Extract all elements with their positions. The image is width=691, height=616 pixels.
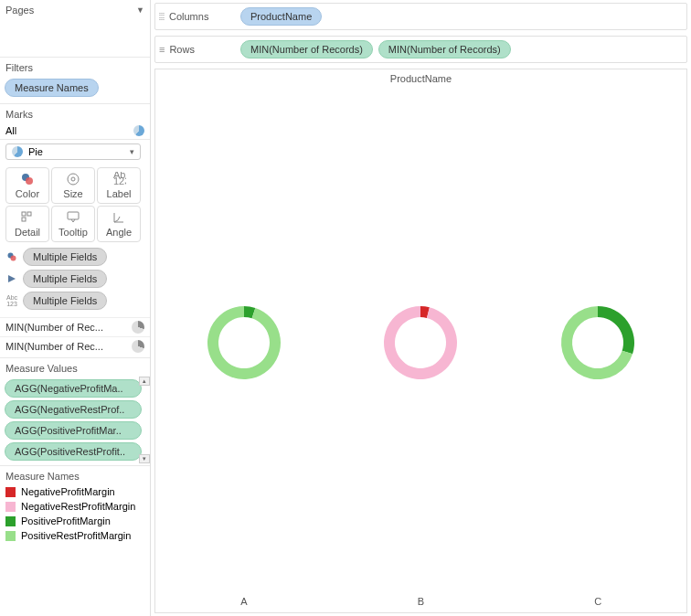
marks-label: Marks <box>5 109 33 120</box>
filters-shelf[interactable]: Measure Names <box>0 76 150 101</box>
rows-shelf[interactable]: ≡ Rows MIN(Number of Records) MIN(Number… <box>154 36 687 63</box>
legend-label: NegativeProfitMargin <box>21 486 115 497</box>
measure-value-pill[interactable]: AGG(NegativeProfitMa.. <box>5 379 142 398</box>
marks-axis-row[interactable]: MIN(Number of Rec... <box>0 336 150 356</box>
legend-swatch <box>5 531 16 541</box>
size-button[interactable]: Size <box>51 167 95 204</box>
scroll-up-button[interactable]: ▴ <box>139 377 150 386</box>
pie-icon <box>12 146 23 157</box>
columns-icon: ⦙⦙⦙ <box>159 11 165 23</box>
size-icon <box>66 172 80 186</box>
pages-label: Pages <box>5 5 34 16</box>
tooltip-icon <box>66 210 80 225</box>
color-button[interactable]: Color <box>5 167 49 204</box>
legend-label: NegativeRestProfitMargin <box>21 501 135 512</box>
donut-chart[interactable] <box>553 298 643 388</box>
column-pill[interactable]: ProductName <box>240 7 322 26</box>
donut-slice <box>384 306 457 379</box>
legend-swatch <box>5 487 16 497</box>
marks-panel-header: Marks <box>0 106 150 122</box>
svg-rect-8 <box>22 218 26 221</box>
scroll-down-button[interactable]: ▾ <box>139 454 150 463</box>
filter-pill[interactable]: Measure Names <box>5 79 99 97</box>
svg-text:123: 123 <box>113 175 126 186</box>
chevron-down-icon: ▾ <box>130 147 134 156</box>
svg-point-1 <box>26 177 33 185</box>
donut-slice <box>598 306 634 354</box>
svg-rect-6 <box>22 212 26 216</box>
filters-label: Filters <box>5 62 33 73</box>
label-icon: Abc123 <box>112 172 126 186</box>
pie-icon <box>132 321 144 334</box>
columns-shelf-label: Columns <box>169 11 208 22</box>
color-icon <box>20 172 35 186</box>
pie-icon <box>133 125 144 136</box>
pie-icon <box>132 340 144 353</box>
measure-values-header: Measure Values <box>0 360 150 377</box>
label-button[interactable]: Abc123 Label <box>97 167 141 204</box>
rows-icon: ≡ <box>159 44 165 55</box>
mark-pill[interactable]: Multiple Fields <box>23 292 107 310</box>
legend-swatch <box>5 516 16 526</box>
chart-title: ProductName <box>155 69 686 88</box>
donut-chart[interactable] <box>376 298 465 388</box>
detail-button[interactable]: Detail <box>5 206 49 242</box>
svg-rect-9 <box>68 212 79 219</box>
donut-slice <box>207 306 281 379</box>
svg-point-11 <box>11 256 16 261</box>
mark-type-label: Pie <box>28 146 43 157</box>
marks-axis-row[interactable]: MIN(Number of Rec... <box>0 317 150 336</box>
mark-pill[interactable]: Multiple Fields <box>23 248 107 266</box>
legend-item[interactable]: NegativeRestProfitMargin <box>0 499 150 514</box>
color-icon <box>5 251 18 262</box>
angle-button[interactable]: Angle <box>97 206 141 242</box>
measure-value-pill[interactable]: AGG(PositiveProfitMar.. <box>5 421 142 440</box>
donut-chart[interactable] <box>199 298 289 388</box>
detail-icon <box>5 274 18 283</box>
measure-names-header: Measure Names <box>0 468 150 484</box>
x-axis-label: B <box>376 596 465 607</box>
legend-label: PositiveRestProfitMargin <box>21 530 131 541</box>
measure-value-pill[interactable]: AGG(PositiveRestProfit.. <box>5 442 142 461</box>
chart-view[interactable]: ProductName ABC <box>154 69 687 613</box>
x-axis-label: C <box>553 596 643 607</box>
legend-item[interactable]: PositiveRestProfitMargin <box>0 528 150 543</box>
pages-panel-header[interactable]: Pages ▼ <box>0 2 150 18</box>
measure-value-pill[interactable]: AGG(NegativeRestProf.. <box>5 400 142 419</box>
legend-item[interactable]: PositiveProfitMargin <box>0 514 150 528</box>
x-axis-label: A <box>199 596 289 607</box>
pages-shelf[interactable] <box>0 18 150 55</box>
angle-icon <box>112 210 126 225</box>
row-pill[interactable]: MIN(Number of Records) <box>378 40 511 58</box>
marks-all-label: All <box>5 125 16 136</box>
mark-pill[interactable]: Multiple Fields <box>23 270 107 288</box>
legend-swatch <box>5 502 16 512</box>
svg-point-2 <box>68 174 79 185</box>
dropdown-arrow-icon: ▼ <box>136 5 144 15</box>
svg-rect-7 <box>27 212 31 216</box>
rows-shelf-label: Rows <box>169 44 195 55</box>
tooltip-button[interactable]: Tooltip <box>51 206 95 242</box>
svg-point-3 <box>71 177 75 181</box>
filters-panel-header[interactable]: Filters <box>0 59 150 76</box>
measure-names-label: Measure Names <box>5 471 80 482</box>
marks-all-row[interactable]: All <box>0 122 150 140</box>
measure-values-label: Measure Values <box>5 363 78 374</box>
measure-values-shelf[interactable]: AGG(NegativeProfitMa.. AGG(NegativeRestP… <box>0 377 150 463</box>
mark-type-select[interactable]: Pie ▾ <box>5 143 141 160</box>
row-pill[interactable]: MIN(Number of Records) <box>240 40 373 58</box>
detail-icon <box>20 210 35 225</box>
legend-label: PositiveProfitMargin <box>21 515 111 526</box>
columns-shelf[interactable]: ⦙⦙⦙ Columns ProductName <box>154 3 687 30</box>
label-icon: Abc123 <box>5 294 18 307</box>
legend-item[interactable]: NegativeProfitMargin <box>0 484 150 499</box>
